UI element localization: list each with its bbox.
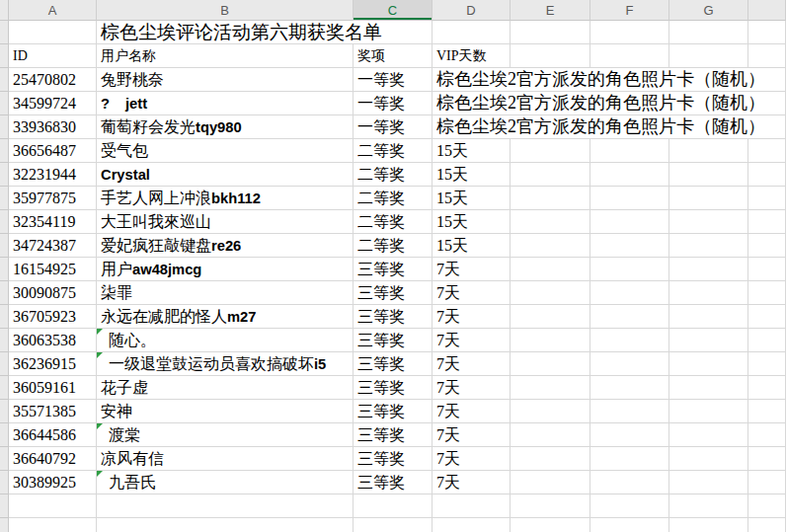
- cell-H14[interactable]: [748, 329, 786, 352]
- cell-D14[interactable]: 7天: [432, 329, 511, 352]
- cell-H18[interactable]: [748, 423, 786, 447]
- cell-H16[interactable]: [748, 376, 786, 400]
- cell-B7[interactable]: Crystal: [97, 163, 354, 187]
- cell-H12[interactable]: [748, 281, 786, 305]
- cell-D15[interactable]: 7天: [432, 352, 511, 376]
- cell-B14[interactable]: 随心。: [97, 329, 354, 352]
- cell-E10[interactable]: [511, 234, 590, 258]
- cell-G18[interactable]: [669, 423, 748, 447]
- cell-C22[interactable]: [354, 518, 432, 532]
- cell-E7[interactable]: [511, 163, 590, 187]
- row-header-6[interactable]: [0, 139, 9, 163]
- cell-B20[interactable]: 九吾氏: [97, 471, 354, 494]
- cell-F6[interactable]: [590, 139, 669, 163]
- cell-F22[interactable]: [590, 518, 669, 532]
- cell-C6[interactable]: 二等奖: [354, 139, 432, 163]
- cell-C10[interactable]: 二等奖: [354, 234, 432, 258]
- row-header-8[interactable]: [0, 187, 9, 210]
- row-header-1[interactable]: [0, 21, 9, 44]
- cell-D6[interactable]: 15天: [432, 139, 511, 163]
- cell-E6[interactable]: [511, 139, 590, 163]
- cell-D21[interactable]: [432, 494, 511, 518]
- cell-A12[interactable]: 30090875: [9, 281, 97, 305]
- cell-H10[interactable]: [748, 234, 786, 258]
- row-header-9[interactable]: [0, 210, 9, 234]
- cell-H15[interactable]: [748, 352, 786, 376]
- cell-D8[interactable]: 15天: [432, 187, 511, 210]
- column-header-G[interactable]: G: [669, 0, 748, 21]
- cell-C18[interactable]: 三等奖: [354, 423, 432, 447]
- cell-F17[interactable]: [590, 400, 669, 423]
- cell-C9[interactable]: 二等奖: [354, 210, 432, 234]
- column-header-E[interactable]: E: [511, 0, 590, 21]
- cell-F13[interactable]: [590, 305, 669, 329]
- cell-F12[interactable]: [590, 281, 669, 305]
- cell-B17[interactable]: 安神: [97, 400, 354, 423]
- row-header-11[interactable]: [0, 258, 9, 281]
- cell-F21[interactable]: [590, 494, 669, 518]
- cell-C19[interactable]: 三等奖: [354, 447, 432, 471]
- cell-B9[interactable]: 大王叫我來巡山: [97, 210, 354, 234]
- cell-G6[interactable]: [669, 139, 748, 163]
- cell-A5[interactable]: 33936830: [9, 115, 97, 139]
- cell-G2[interactable]: [669, 44, 748, 68]
- cell-G1[interactable]: [669, 21, 748, 44]
- cell-G7[interactable]: [669, 163, 748, 187]
- cell-E20[interactable]: [511, 471, 590, 494]
- cell-G21[interactable]: [669, 494, 748, 518]
- cell-A9[interactable]: 32354119: [9, 210, 97, 234]
- cell-G8[interactable]: [669, 187, 748, 210]
- cell-A3[interactable]: 25470802: [9, 68, 97, 92]
- column-header-F[interactable]: F: [590, 0, 669, 21]
- cell-B15[interactable]: 一级退堂鼓运动员喜欢搞破坏i5: [97, 352, 354, 376]
- cell-E8[interactable]: [511, 187, 590, 210]
- cell-E16[interactable]: [511, 376, 590, 400]
- cell-E9[interactable]: [511, 210, 590, 234]
- cell-C13[interactable]: 三等奖: [354, 305, 432, 329]
- cell-D13[interactable]: 7天: [432, 305, 511, 329]
- cell-A16[interactable]: 36059161: [9, 376, 97, 400]
- cell-A22[interactable]: [9, 518, 97, 532]
- cell-C20[interactable]: 三等奖: [354, 471, 432, 494]
- cell-E11[interactable]: [511, 258, 590, 281]
- row-header-19[interactable]: [0, 447, 9, 471]
- cell-E14[interactable]: [511, 329, 590, 352]
- cell-A15[interactable]: 36236915: [9, 352, 97, 376]
- cell-G9[interactable]: [669, 210, 748, 234]
- cell-A19[interactable]: 36640792: [9, 447, 97, 471]
- cell-B5[interactable]: 葡萄籽会发光tqy980: [97, 115, 354, 139]
- row-header-17[interactable]: [0, 400, 9, 423]
- cell-E22[interactable]: [511, 518, 590, 532]
- cell-B21[interactable]: [97, 494, 354, 518]
- cell-E17[interactable]: [511, 400, 590, 423]
- cell-D4[interactable]: 棕色尘埃2官方派发的角色照片卡（随机）: [432, 92, 786, 115]
- corner-stub[interactable]: [0, 0, 9, 21]
- cell-H7[interactable]: [748, 163, 786, 187]
- cell-D11[interactable]: 7天: [432, 258, 511, 281]
- cell-G10[interactable]: [669, 234, 748, 258]
- cell-B2[interactable]: 用户名称: [97, 44, 354, 68]
- row-header-10[interactable]: [0, 234, 9, 258]
- cell-E2[interactable]: [511, 44, 590, 68]
- cell-C14[interactable]: 三等奖: [354, 329, 432, 352]
- cell-D22[interactable]: [432, 518, 511, 532]
- row-header-13[interactable]: [0, 305, 9, 329]
- cell-G20[interactable]: [669, 471, 748, 494]
- cell-G19[interactable]: [669, 447, 748, 471]
- row-header-16[interactable]: [0, 376, 9, 400]
- cell-B18[interactable]: 渡棠: [97, 423, 354, 447]
- cell-B22[interactable]: [97, 518, 354, 532]
- row-header-21[interactable]: [0, 494, 9, 518]
- cell-A18[interactable]: 36644586: [9, 423, 97, 447]
- cell-B11[interactable]: 用户aw48jmcg: [97, 258, 354, 281]
- cell-F8[interactable]: [590, 187, 669, 210]
- column-header-B[interactable]: B: [97, 0, 354, 21]
- cell-H8[interactable]: [748, 187, 786, 210]
- cell-G14[interactable]: [669, 329, 748, 352]
- row-header-20[interactable]: [0, 471, 9, 494]
- cell-F9[interactable]: [590, 210, 669, 234]
- cell-B3[interactable]: 兔野桃奈: [97, 68, 354, 92]
- cell-D16[interactable]: 7天: [432, 376, 511, 400]
- cell-H9[interactable]: [748, 210, 786, 234]
- cell-H6[interactable]: [748, 139, 786, 163]
